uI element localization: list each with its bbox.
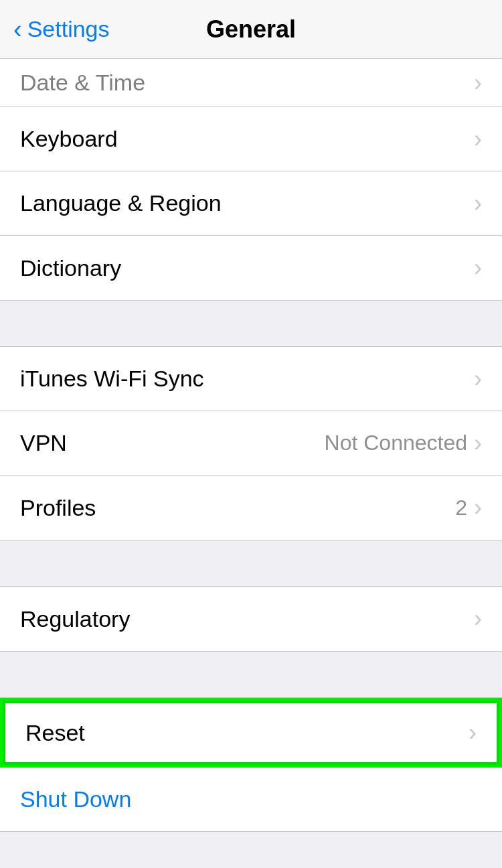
row-label-keyboard: Keyboard (20, 126, 118, 152)
chevron-icon-profiles: › (474, 494, 482, 522)
back-button[interactable]: ‹ Settings (13, 16, 110, 42)
settings-row-vpn[interactable]: VPN Not Connected › (0, 411, 502, 476)
section-divider-2 (0, 540, 502, 587)
chevron-icon-language-region: › (474, 190, 482, 218)
row-right-regulatory: › (474, 605, 482, 633)
back-chevron-icon: ‹ (13, 17, 22, 42)
row-right-profiles: 2 › (455, 494, 482, 522)
shutdown-label: Shut Down (20, 786, 131, 812)
chevron-icon-dictionary: › (474, 254, 482, 282)
chevron-icon-date-time: › (474, 69, 482, 97)
chevron-icon-reset: › (469, 719, 477, 747)
navigation-bar: ‹ Settings General (0, 0, 502, 59)
settings-row-reset[interactable]: Reset › (3, 701, 499, 765)
row-label-date-time: Date & Time (20, 70, 145, 96)
reset-section: Reset › (0, 698, 502, 768)
section-divider-3 (0, 651, 502, 698)
page-title: General (206, 15, 296, 44)
row-label-regulatory: Regulatory (20, 606, 130, 632)
chevron-icon-vpn: › (474, 429, 482, 457)
settings-row-itunes-wifi-sync[interactable]: iTunes Wi-Fi Sync › (0, 347, 502, 411)
row-right-itunes-wifi-sync: › (474, 365, 482, 393)
vpn-status-value: Not Connected (325, 431, 467, 455)
settings-row-keyboard[interactable]: Keyboard › (0, 107, 502, 171)
row-label-itunes-wifi-sync: iTunes Wi-Fi Sync (20, 366, 204, 392)
section-group-1: Date & Time › Keyboard › Language & Regi… (0, 59, 502, 300)
row-right-dictionary: › (474, 254, 482, 282)
settings-row-shutdown[interactable]: Shut Down (0, 768, 502, 832)
settings-row-regulatory[interactable]: Regulatory › (0, 587, 502, 651)
row-label-dictionary: Dictionary (20, 255, 121, 281)
row-right-keyboard: › (474, 125, 482, 153)
settings-row-date-time[interactable]: Date & Time › (0, 59, 502, 107)
section-group-3: Regulatory › (0, 587, 502, 651)
row-label-language-region: Language & Region (20, 190, 222, 216)
row-label-vpn: VPN (20, 430, 67, 456)
settings-row-language-region[interactable]: Language & Region › (0, 171, 502, 236)
row-right-vpn: Not Connected › (325, 429, 482, 457)
bottom-spacer (0, 832, 502, 868)
chevron-icon-regulatory: › (474, 605, 482, 633)
profiles-count-value: 2 (455, 496, 467, 520)
back-label: Settings (27, 16, 110, 42)
section-group-2: iTunes Wi-Fi Sync › VPN Not Connected › … (0, 347, 502, 540)
row-right-reset: › (469, 719, 477, 747)
row-right-language-region: › (474, 190, 482, 218)
section-divider-1 (0, 300, 502, 347)
row-right-date-time: › (474, 69, 482, 97)
settings-row-dictionary[interactable]: Dictionary › (0, 236, 502, 300)
row-label-profiles: Profiles (20, 495, 96, 521)
chevron-icon-itunes-wifi-sync: › (474, 365, 482, 393)
row-label-reset: Reset (25, 720, 85, 746)
chevron-icon-keyboard: › (474, 125, 482, 153)
settings-row-profiles[interactable]: Profiles 2 › (0, 476, 502, 540)
